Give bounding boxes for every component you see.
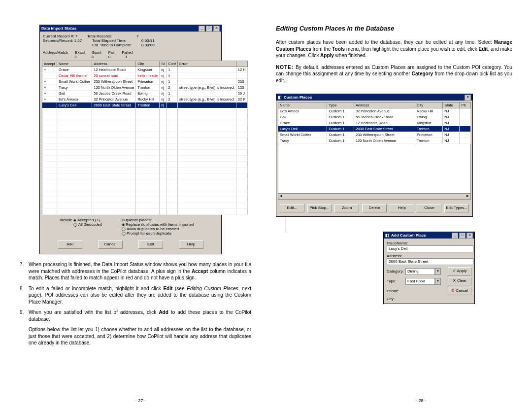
table-row[interactable]: +Gail56 Jacobs Creek RoadEwingnj156 J: [42, 91, 248, 97]
minimize-icon[interactable]: _: [199, 26, 205, 32]
seconds-per-record-value: 1.57: [74, 38, 82, 43]
seconds-per-record-label: Seconds/Record:: [43, 38, 73, 43]
good-value: 3: [91, 55, 93, 59]
total-records-label: Total Records:: [87, 34, 112, 38]
include-all-radio[interactable]: All Geocoded: [73, 222, 102, 227]
fair-value: 0: [108, 55, 110, 59]
type-label: Type:: [387, 279, 405, 283]
include-label: Include: [60, 218, 72, 222]
cp-edit-button[interactable]: Edit...: [280, 204, 304, 212]
add-button[interactable]: Add: [58, 240, 82, 249]
dup-prompt-radio[interactable]: Prompt for each duplicate: [122, 231, 171, 236]
table-row[interactable]: +Small World Coffee230 Witherspoon Stree…: [42, 79, 248, 85]
check-icon: ✔: [453, 269, 456, 273]
place-name-field[interactable]: Lucy's Deli: [387, 245, 473, 252]
table-row[interactable]: Lucy's DeliCustom 12600 East State Stree…: [278, 126, 471, 132]
connector-line: [286, 217, 286, 232]
custom-places-window: ◧ Custom Places × NameTypeAddressCitySta…: [276, 94, 473, 217]
cp-zoom-button[interactable]: Zoom: [334, 204, 359, 212]
column-header[interactable]: Address: [354, 103, 415, 108]
duplicate-label: Duplicate places:: [122, 218, 152, 222]
failed-value: 1: [125, 55, 127, 59]
total-elapsed-value: 0:00:11: [141, 38, 155, 43]
current-record-label: Current Record #:: [43, 34, 74, 38]
column-header[interactable]: St: [160, 61, 166, 67]
category-label: Category:: [387, 269, 405, 274]
column-header[interactable]: City: [415, 103, 443, 108]
scroll-left-icon[interactable]: ◄: [278, 194, 284, 199]
cancel-icon: ⊘: [451, 288, 455, 293]
column-header[interactable]: Conf: [166, 61, 178, 67]
cancel-button[interactable]: ⊘ Cancel: [448, 287, 471, 295]
window-titlebar: Data Import Status _ □ ×: [40, 25, 221, 32]
cp-edit-types-button[interactable]: Edit Types...: [444, 204, 469, 212]
est-complete-label: Est. Time to Complete:: [92, 43, 132, 47]
category-combo[interactable]: Dining ▼: [405, 268, 441, 275]
note-paragraph: NOTE: By default, addresses entered as C…: [276, 64, 512, 84]
exact-value: 3: [74, 55, 76, 59]
chevron-down-icon[interactable]: ▼: [435, 278, 441, 285]
est-complete-value: 0:00:00: [141, 43, 155, 47]
table-row[interactable]: TracyCustom 1120 North Olden AvenueTrent…: [278, 138, 471, 144]
include-accepted-radio[interactable]: Accepted (+): [73, 218, 100, 222]
column-header[interactable]: Ph: [460, 103, 471, 108]
cp-help-button[interactable]: Help: [390, 204, 414, 212]
current-record-value: 7: [75, 34, 77, 38]
column-header[interactable]: State: [443, 103, 460, 108]
maximize-icon[interactable]: □: [206, 26, 212, 32]
app-icon: ◧: [278, 94, 282, 101]
table-row[interactable]: Cedar Hill Kennel20 sunset roadbelle mea…: [42, 73, 248, 79]
dup-allow-radio[interactable]: Allow duplicates to be created: [122, 227, 179, 231]
cp-delete-button[interactable]: Delete: [362, 204, 387, 212]
scroll-right-icon[interactable]: ►: [465, 194, 470, 199]
type-combo[interactable]: Fast Food ▼: [405, 278, 441, 285]
table-row[interactable]: +Ed's Amoco32 Princeton AvenueRocky Hill…: [42, 97, 248, 103]
column-header[interactable]: Accept: [42, 61, 57, 67]
close-icon[interactable]: ×: [465, 95, 471, 101]
column-header[interactable]: City: [136, 61, 160, 67]
cp-close-button[interactable]: Close: [417, 204, 441, 212]
dup-replace-radio[interactable]: Replace duplicates with items imported: [122, 222, 194, 227]
clear-button[interactable]: ✕ Clear: [448, 277, 471, 285]
help-button[interactable]: Help: [179, 240, 203, 249]
window-titlebar: ◧ Custom Places ×: [276, 94, 472, 101]
column-header[interactable]: Name: [278, 103, 327, 108]
minimize-icon[interactable]: _: [452, 233, 458, 239]
column-header[interactable]: Error: [178, 61, 236, 67]
column-header[interactable]: Name: [57, 61, 92, 67]
column-header[interactable]: Type: [327, 103, 354, 108]
import-grid[interactable]: AcceptNameAddressCityStConfError +Grace1…: [42, 61, 248, 215]
close-icon[interactable]: ×: [466, 233, 473, 239]
maximize-icon[interactable]: □: [459, 233, 466, 239]
table-row[interactable]: GraceCustom 112 Heathcote RoadKingstonNJ: [278, 120, 471, 126]
column-header[interactable]: Address: [92, 61, 136, 67]
table-row[interactable]: +Tracy120 North Olden AvenueTrentonnj2st…: [42, 85, 248, 91]
para-9: 9. When you are satisfied with the list …: [29, 309, 251, 346]
para-8: 8. To edit a failed or incomplete match,…: [29, 285, 251, 306]
cancel-button[interactable]: Cancel: [98, 240, 123, 249]
window-title: Custom Places: [284, 94, 312, 101]
column-header[interactable]: [236, 61, 247, 67]
edit-button[interactable]: Edit: [138, 240, 163, 249]
section-heading: Editing Custom Places in the Database: [276, 25, 512, 32]
table-row[interactable]: GailCustom 156 Jacobs Creek RoadEwingNJ: [278, 114, 471, 120]
table-row[interactable]: +Grace12 Heathcote RoadKingstonnj112 H: [42, 67, 248, 73]
close-icon[interactable]: ×: [213, 26, 220, 32]
window-title: Data Import Status: [41, 25, 76, 32]
x-icon: ✕: [453, 278, 456, 283]
chevron-down-icon[interactable]: ▼: [435, 268, 441, 275]
main-paragraph: After custom places have been added to t…: [276, 39, 512, 59]
table-row[interactable]: Small World CoffeeCustom 1230 Witherspoo…: [278, 132, 471, 138]
apply-button[interactable]: ✔ Apply: [448, 267, 471, 275]
city-label: City:: [387, 297, 471, 301]
table-row[interactable]: Ed's AmocoCustom 132 Princeton AvenueRoc…: [278, 108, 471, 114]
place-name-label: PlaceName:: [387, 241, 471, 245]
cp-pick-stop-button[interactable]: Pick Stop...: [307, 204, 332, 212]
table-row[interactable]: Lucy's Deli2600 East State StreetTrenton…: [42, 103, 248, 108]
failed-label: Failed: [122, 50, 133, 55]
custom-places-grid[interactable]: NameTypeAddressCityStatePh Ed's AmocoCus…: [278, 102, 471, 144]
add-custom-place-window: ◧ Add Custom Place _ □ × PlaceName: Lucy…: [383, 232, 475, 304]
app-icon: ◧: [385, 232, 389, 239]
total-records-value: 7: [136, 34, 138, 38]
address-field[interactable]: 2600 East State Street: [387, 258, 473, 265]
